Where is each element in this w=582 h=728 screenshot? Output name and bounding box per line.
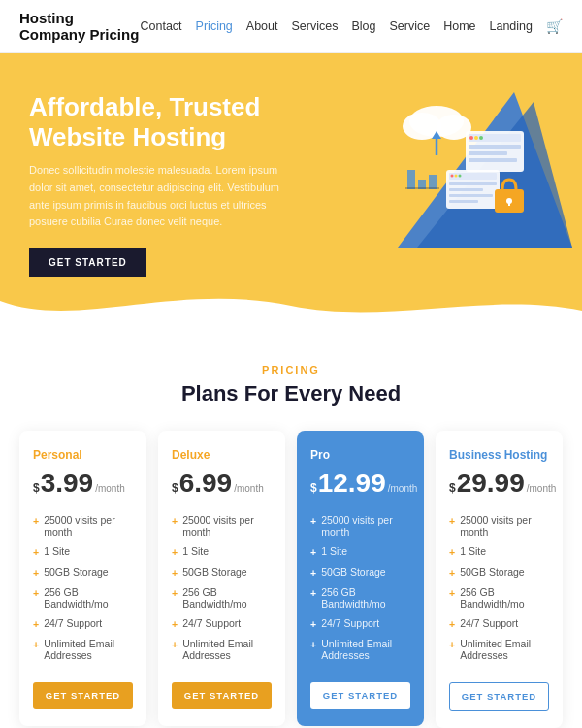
feature-item: 25000 visits per month [449, 511, 549, 542]
currency-pro: $ [310, 481, 317, 495]
nav-services[interactable]: Services [292, 19, 339, 33]
pricing-label: PRICING [19, 364, 563, 376]
feature-item: Unlimited Email Addresses [310, 634, 410, 665]
feature-item: 50GB Storage [310, 562, 410, 582]
nav-landing[interactable]: Landing [490, 19, 534, 33]
feature-item: 256 GB Bandwidth/mo [33, 582, 133, 613]
plan-cta-business[interactable]: GET STARTED [449, 682, 549, 711]
svg-point-22 [455, 175, 458, 178]
feature-item: 50GB Storage [33, 562, 133, 582]
feature-item: 50GB Storage [172, 562, 272, 582]
nav-about[interactable]: About [246, 19, 278, 33]
nav-pricing[interactable]: Pricing [196, 19, 233, 33]
svg-rect-20 [449, 200, 478, 203]
amount-personal: 3.99 [41, 470, 94, 497]
hero-content: Affordable, Trusted Website Hosting Done… [29, 92, 301, 277]
plan-name-business: Business Hosting [449, 448, 549, 462]
nav-contact[interactable]: Contact [141, 19, 182, 33]
feature-item: 1 Site [33, 542, 133, 562]
hero-description: Donec sollicitudin molestie malesuada. L… [29, 162, 301, 230]
svg-rect-29 [429, 175, 436, 189]
feature-item: 1 Site [172, 542, 272, 562]
hero-illustration [340, 73, 572, 267]
amount-pro: 12.99 [318, 470, 386, 497]
feature-item: 256 GB Bandwidth/mo [172, 582, 272, 613]
feature-item: 25000 visits per month [310, 511, 410, 542]
hero-section: Affordable, Trusted Website Hosting Done… [0, 53, 582, 335]
features-business: 25000 visits per month 1 Site 50GB Stora… [449, 511, 549, 665]
feature-item: 256 GB Bandwidth/mo [310, 582, 410, 613]
plan-cta-deluxe[interactable]: GET STARTED [172, 682, 272, 709]
plan-price-personal: $ 3.99 /month [33, 470, 133, 497]
features-pro: 25000 visits per month 1 Site 50GB Stora… [310, 511, 410, 665]
nav-logo: Hosting Company Pricing [19, 10, 141, 43]
plan-price-business: $ 29.99 /month [449, 470, 549, 497]
svg-rect-19 [449, 194, 493, 197]
plan-name-deluxe: Deluxe [172, 448, 272, 462]
period-pro: /month [388, 483, 418, 494]
svg-point-14 [479, 136, 483, 140]
svg-rect-9 [469, 145, 521, 149]
features-deluxe: 25000 visits per month 1 Site 50GB Stora… [172, 511, 272, 665]
feature-item: 256 GB Bandwidth/mo [449, 582, 549, 613]
features-personal: 25000 visits per month 1 Site 50GB Stora… [33, 511, 133, 665]
nav-service[interactable]: Service [389, 19, 430, 33]
svg-rect-26 [508, 201, 510, 206]
feature-item: 25000 visits per month [172, 511, 272, 542]
plan-cta-pro[interactable]: GET STARTED [310, 682, 410, 709]
plan-name-pro: Pro [310, 448, 410, 462]
svg-rect-18 [449, 188, 483, 191]
feature-item: 1 Site [310, 542, 410, 562]
plan-cta-personal[interactable]: GET STARTED [33, 682, 133, 709]
pricing-section: PRICING Plans For Every Need Personal $ … [0, 335, 582, 728]
svg-point-23 [459, 175, 462, 178]
plan-card-business: Business Hosting $ 29.99 /month 25000 vi… [436, 431, 563, 728]
cart-icon[interactable]: 🛒 [546, 18, 563, 34]
period-deluxe: /month [234, 483, 264, 494]
hero-cta-button[interactable]: GET STARTED [29, 248, 146, 277]
feature-item: 50GB Storage [449, 562, 549, 582]
period-business: /month [527, 483, 557, 494]
svg-point-13 [474, 136, 478, 140]
feature-item: 24/7 Support [33, 613, 133, 634]
pricing-cards: Personal $ 3.99 /month 25000 visits per … [19, 431, 563, 728]
svg-rect-30 [405, 187, 439, 189]
period-personal: /month [95, 483, 125, 494]
feature-item: 24/7 Support [310, 613, 410, 634]
plan-price-pro: $ 12.99 /month [310, 470, 410, 497]
feature-item: 24/7 Support [172, 613, 272, 634]
feature-item: 25000 visits per month [33, 511, 133, 542]
feature-item: Unlimited Email Addresses [449, 634, 549, 665]
svg-rect-17 [449, 182, 497, 185]
feature-item: 24/7 Support [449, 613, 549, 634]
amount-business: 29.99 [457, 470, 525, 497]
currency-deluxe: $ [172, 481, 178, 495]
svg-point-12 [469, 136, 473, 140]
currency-business: $ [449, 481, 456, 495]
currency-personal: $ [33, 481, 40, 495]
svg-rect-10 [469, 151, 507, 155]
nav-blog[interactable]: Blog [351, 19, 375, 33]
nav-links: Contact Pricing About Services Blog Serv… [141, 18, 563, 34]
svg-rect-27 [407, 170, 415, 189]
svg-point-21 [451, 175, 454, 178]
plan-card-pro: Pro $ 12.99 /month 25000 visits per mont… [297, 431, 424, 726]
amount-deluxe: 6.99 [179, 470, 233, 497]
plan-card-deluxe: Deluxe $ 6.99 /month 25000 visits per mo… [158, 431, 285, 726]
feature-item: Unlimited Email Addresses [172, 634, 272, 665]
plan-price-deluxe: $ 6.99 /month [172, 470, 272, 497]
navbar: Hosting Company Pricing Contact Pricing … [0, 0, 582, 53]
hero-headline: Affordable, Trusted Website Hosting [29, 92, 301, 152]
nav-home[interactable]: Home [443, 19, 475, 33]
pricing-title: Plans For Every Need [19, 381, 563, 407]
svg-rect-11 [469, 158, 517, 162]
feature-item: Unlimited Email Addresses [33, 634, 133, 665]
plan-card-personal: Personal $ 3.99 /month 25000 visits per … [19, 431, 146, 726]
feature-item: 1 Site [449, 542, 549, 562]
plan-name-personal: Personal [33, 448, 133, 462]
